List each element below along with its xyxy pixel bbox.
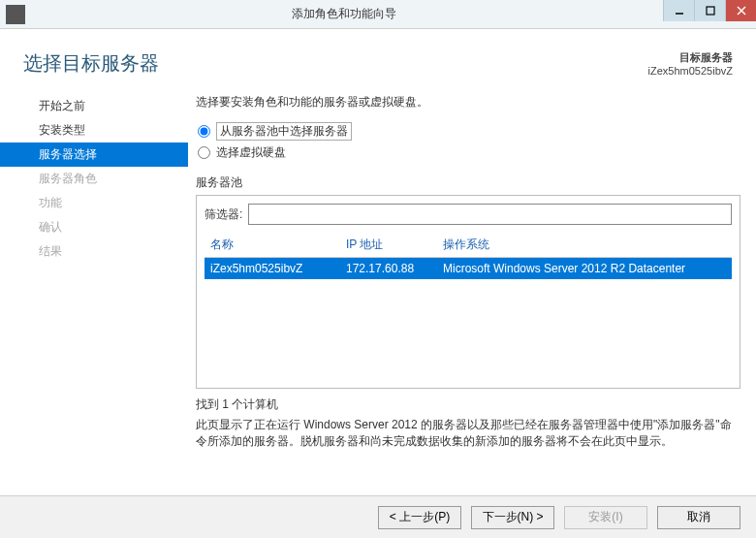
cell-name: iZex5hm0525ibvZ: [205, 258, 340, 280]
sidebar-item-features[interactable]: 功能: [0, 191, 188, 215]
found-count: 找到 1 个计算机: [196, 396, 740, 413]
col-ip[interactable]: IP 地址: [340, 233, 437, 258]
sidebar-item-server-selection[interactable]: 服务器选择: [0, 142, 188, 167]
sidebar-item-server-roles[interactable]: 服务器角色: [0, 167, 188, 191]
close-button[interactable]: [725, 0, 756, 21]
radio-vhd-label: 选择虚拟硬盘: [216, 144, 286, 161]
table-header-row: 名称 IP 地址 操作系统: [205, 233, 732, 258]
cancel-button[interactable]: 取消: [657, 506, 740, 529]
body: 开始之前 安装类型 服务器选择 服务器角色 功能 确认 结果 选择要安装角色和功…: [0, 88, 756, 451]
cell-ip: 172.17.60.88: [340, 258, 437, 280]
server-pool-box: 筛选器: 名称 IP 地址 操作系统 iZex5hm0525ibvZ 172.1…: [196, 195, 740, 389]
svg-rect-1: [707, 7, 714, 15]
sidebar-item-install-type[interactable]: 安装类型: [0, 118, 188, 142]
footer: < 上一步(P) 下一步(N) > 安装(I) 取消: [0, 495, 756, 538]
filter-row: 筛选器:: [205, 204, 732, 225]
radio-vhd-input[interactable]: [198, 146, 210, 159]
window-title: 添加角色和功能向导: [25, 6, 663, 22]
table-row[interactable]: iZex5hm0525ibvZ 172.17.60.88 Microsoft W…: [205, 258, 732, 280]
prev-button[interactable]: < 上一步(P): [378, 506, 461, 529]
filter-label: 筛选器:: [205, 206, 242, 223]
sidebar: 开始之前 安装类型 服务器选择 服务器角色 功能 确认 结果: [0, 88, 188, 451]
cell-os: Microsoft Windows Server 2012 R2 Datacen…: [437, 258, 732, 280]
install-button[interactable]: 安装(I): [564, 506, 647, 529]
target-info: 目标服务器 iZex5hm0525ibvZ: [648, 50, 733, 77]
radio-from-pool-input[interactable]: [198, 125, 210, 138]
page-title: 选择目标服务器: [23, 50, 159, 77]
titlebar: 添加角色和功能向导: [0, 0, 756, 29]
sidebar-item-before-begin[interactable]: 开始之前: [0, 94, 188, 118]
close-icon: [737, 6, 746, 16]
sidebar-item-results[interactable]: 结果: [0, 239, 188, 264]
radio-vhd[interactable]: 选择虚拟硬盘: [198, 144, 740, 161]
note-text: 此页显示了正在运行 Windows Server 2012 的服务器以及那些已经…: [196, 417, 740, 451]
minimize-button[interactable]: [663, 0, 694, 21]
radio-from-pool[interactable]: 从服务器池中选择服务器: [198, 122, 740, 141]
prompt-text: 选择要安装角色和功能的服务器或虚拟硬盘。: [196, 94, 740, 111]
sidebar-item-confirm[interactable]: 确认: [0, 215, 188, 239]
main-panel: 选择要安装角色和功能的服务器或虚拟硬盘。 从服务器池中选择服务器 选择虚拟硬盘 …: [188, 88, 748, 451]
col-name[interactable]: 名称: [205, 233, 340, 258]
server-table: 名称 IP 地址 操作系统 iZex5hm0525ibvZ 172.17.60.…: [205, 233, 732, 279]
window-controls: [663, 0, 756, 28]
radio-from-pool-label: 从服务器池中选择服务器: [216, 122, 352, 141]
target-label: 目标服务器: [648, 50, 733, 65]
pool-label: 服务器池: [196, 174, 740, 191]
next-button[interactable]: 下一步(N) >: [471, 506, 554, 529]
maximize-icon: [706, 6, 715, 16]
target-value: iZex5hm0525ibvZ: [648, 65, 733, 77]
col-os[interactable]: 操作系统: [437, 233, 732, 258]
app-icon: [6, 5, 25, 24]
minimize-icon: [675, 6, 684, 16]
header: 选择目标服务器 目标服务器 iZex5hm0525ibvZ: [0, 29, 756, 88]
filter-input[interactable]: [248, 204, 732, 225]
maximize-button[interactable]: [694, 0, 725, 21]
